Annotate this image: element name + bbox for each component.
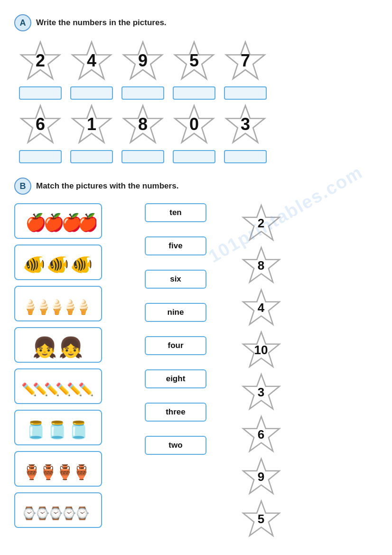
number-star-8: 8 [241, 245, 281, 286]
section-b-content: 🍎 🍎 🍎 🍎 🐠 🐠 🐠 🍦 🍦 🍦 [14, 203, 378, 539]
answer-box[interactable] [173, 150, 215, 163]
word-box-four: four [145, 336, 206, 355]
image-box-dolls: 👧 👧 [14, 327, 102, 363]
star-item-5: 5 [173, 40, 215, 100]
answer-box[interactable] [224, 86, 267, 100]
section-a-instruction: Write the numbers in the pictures. [36, 18, 167, 28]
number-star-10: 10 [241, 330, 281, 370]
svg-text:0: 0 [189, 114, 199, 134]
svg-text:🐠: 🐠 [23, 254, 46, 275]
svg-text:🐠: 🐠 [47, 254, 69, 275]
star-item-4: 4 [70, 40, 113, 100]
word-box-three: three [145, 403, 206, 422]
answer-box[interactable] [19, 150, 62, 163]
word-box-ten: ten [145, 203, 206, 222]
star-item-1: 1 [70, 103, 113, 163]
svg-text:🫙: 🫙 [47, 420, 68, 440]
section-b-badge: B [14, 178, 31, 195]
answer-box[interactable] [121, 150, 164, 163]
section-a-header: A Write the numbers in the pictures. [14, 14, 378, 31]
number-star-label-5: 5 [258, 512, 264, 527]
svg-text:🍎: 🍎 [77, 212, 96, 233]
svg-text:7: 7 [241, 51, 250, 70]
number-star-5: 5 [241, 499, 281, 539]
svg-text:✏️: ✏️ [78, 382, 94, 397]
number-star-4: 4 [241, 288, 281, 328]
answer-box[interactable] [121, 86, 164, 100]
answer-box[interactable] [224, 150, 267, 163]
star-item-2: 2 [19, 40, 62, 100]
star-column: 2 8 4 10 [233, 203, 289, 539]
star-shape: 0 [173, 103, 215, 146]
word-box-nine: nine [145, 303, 206, 322]
svg-text:🏺: 🏺 [56, 464, 74, 481]
svg-text:🏺: 🏺 [39, 464, 57, 481]
star-item-0: 0 [173, 103, 215, 163]
svg-text:8: 8 [138, 114, 148, 134]
svg-text:5: 5 [189, 51, 199, 70]
star-shape: 4 [70, 40, 113, 83]
section-b-header: B Match the pictures with the numbers. [14, 178, 378, 195]
svg-text:👧: 👧 [58, 336, 84, 359]
word-box-eight: eight [145, 369, 206, 388]
section-a: A Write the numbers in the pictures. 2 [14, 14, 378, 163]
star-shape: 3 [224, 103, 267, 146]
svg-text:🏺: 🏺 [73, 464, 91, 481]
number-star-6: 6 [241, 414, 281, 455]
star-row-1: 2 4 9 [14, 40, 378, 100]
svg-text:🍦: 🍦 [75, 299, 93, 316]
star-shape: 6 [19, 103, 62, 146]
star-shape: 7 [224, 40, 267, 83]
svg-text:🏺: 🏺 [23, 464, 41, 481]
svg-text:9: 9 [138, 51, 148, 70]
number-star-label-10: 10 [254, 343, 268, 357]
svg-text:6: 6 [36, 114, 45, 134]
star-item-9: 9 [121, 40, 164, 100]
image-column: 🍎 🍎 🍎 🍎 🐠 🐠 🐠 🍦 🍦 🍦 [14, 203, 109, 528]
star-item-3: 3 [224, 103, 267, 163]
answer-box[interactable] [70, 86, 113, 100]
word-box-five: five [145, 236, 206, 255]
number-star-label-4: 4 [258, 301, 264, 315]
image-box-fish: 🐠 🐠 🐠 [14, 245, 102, 280]
svg-text:👧: 👧 [32, 336, 57, 359]
answer-box[interactable] [70, 150, 113, 163]
image-box-icecreams: 🍦 🍦 🍦 🍦 🍦 [14, 286, 102, 321]
number-star-label-9: 9 [258, 470, 264, 484]
number-star-label-8: 8 [258, 258, 264, 273]
star-shape: 2 [19, 40, 62, 83]
image-box-jars: 🫙 🫙 🫙 [14, 410, 102, 445]
image-box-watches: ⌚ ⌚ ⌚ ⌚ ⌚ [14, 492, 102, 528]
svg-text:1: 1 [87, 114, 96, 134]
word-box-two: two [145, 436, 206, 455]
image-box-apples: 🍎 🍎 🍎 🍎 [14, 203, 102, 239]
number-star-label-3: 3 [258, 385, 264, 400]
section-a-block: 2 4 9 [14, 40, 378, 163]
image-box-vases: 🏺 🏺 🏺 🏺 [14, 451, 102, 487]
number-star-label-6: 6 [258, 427, 264, 442]
number-star-3: 3 [241, 372, 281, 413]
star-shape: 8 [121, 103, 164, 146]
section-a-badge: A [14, 14, 31, 31]
number-star-2: 2 [241, 203, 281, 244]
star-shape: 9 [121, 40, 164, 83]
image-box-pencils: ✏️ ✏️ ✏️ ✏️ ✏️ ✏️ [14, 368, 102, 404]
star-item-6: 6 [19, 103, 62, 163]
star-row-2: 6 1 8 [14, 103, 378, 163]
answer-box[interactable] [19, 86, 62, 100]
svg-text:🫙: 🫙 [25, 420, 47, 440]
svg-text:🫙: 🫙 [68, 420, 89, 440]
star-shape: 5 [173, 40, 215, 83]
word-column: ten five six nine four eight three two [138, 203, 214, 455]
number-star-9: 9 [241, 457, 281, 497]
svg-text:3: 3 [241, 114, 250, 134]
section-b-instruction: Match the pictures with the numbers. [36, 181, 178, 191]
answer-box[interactable] [173, 86, 215, 100]
svg-text:4: 4 [87, 51, 96, 70]
section-b: B Match the pictures with the numbers. 🍎… [14, 178, 378, 539]
svg-text:2: 2 [36, 51, 45, 70]
star-item-7: 7 [224, 40, 267, 100]
svg-text:⌚: ⌚ [75, 506, 90, 521]
word-box-six: six [145, 270, 206, 289]
number-star-label-2: 2 [258, 216, 264, 231]
